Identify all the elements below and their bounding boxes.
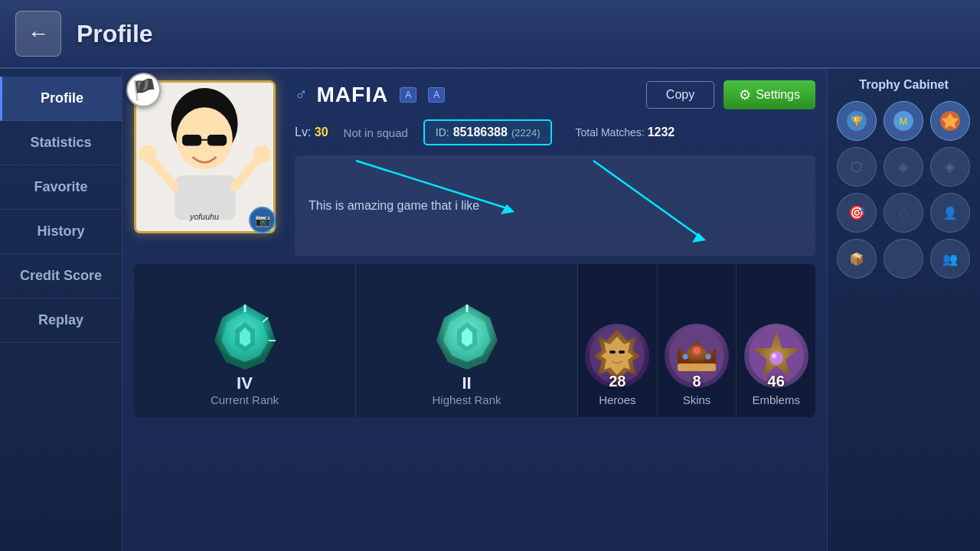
trophy-slot-5[interactable]: ◆ <box>884 147 923 187</box>
trophy-slot-7[interactable]: 🎯 <box>837 193 877 233</box>
sidebar-item-profile[interactable]: Profile <box>0 77 122 121</box>
svg-text:◈: ◈ <box>899 253 909 266</box>
svg-rect-32 <box>609 350 616 354</box>
svg-rect-33 <box>619 350 625 354</box>
skins-count: 8 <box>692 373 701 390</box>
profile-top: 🏴 <box>134 80 815 256</box>
copy-button[interactable]: Copy <box>646 81 714 109</box>
gender-icon: ♂ <box>295 85 308 105</box>
heroes-label: Heroes <box>599 393 635 406</box>
emblems-count: 46 <box>768 373 785 390</box>
bio-box: This is amazing game that i like <box>295 155 815 256</box>
svg-rect-4 <box>207 135 227 146</box>
svg-rect-3 <box>182 135 201 146</box>
level-row: Lv: 30 Not in squad ID: 85186388 (2224) … <box>295 119 815 145</box>
level-text: Lv: 30 <box>295 126 328 139</box>
name-row: ♂ MAFIA A A Copy ⚙ Settings <box>295 80 815 109</box>
rank-section: IV Current Rank <box>134 264 578 417</box>
back-icon: ← <box>28 21 49 46</box>
heroes-icon-wrap: 28 <box>583 321 652 390</box>
name-badge-b: A <box>428 87 445 103</box>
trophy-cabinet-title: Trophy Cabinet <box>834 78 974 92</box>
svg-text:🎯: 🎯 <box>848 204 866 221</box>
highest-rank-numeral: II <box>462 373 471 393</box>
page-title: Profile <box>77 20 153 48</box>
skins-label: Skins <box>683 393 711 406</box>
svg-point-44 <box>769 351 783 365</box>
svg-text:◇: ◇ <box>899 207 909 220</box>
svg-point-38 <box>693 347 701 354</box>
svg-point-39 <box>683 354 688 360</box>
trophy-slot-11[interactable]: ◈ <box>884 239 923 279</box>
trophy-slot-12[interactable]: 👥 <box>930 239 970 279</box>
trophy-slot-1[interactable]: 🏆 <box>837 101 877 141</box>
coll-item-heroes: 28 Heroes <box>578 264 658 417</box>
id-label: ID: <box>436 126 449 139</box>
id-value: 85186388 <box>453 126 508 139</box>
svg-text:🏆: 🏆 <box>851 115 864 128</box>
svg-text:M: M <box>900 116 908 127</box>
rank-item-current: IV Current Rank <box>134 264 356 417</box>
current-rank-label: Current Rank <box>211 393 279 406</box>
stats-row: IV Current Rank <box>134 264 815 417</box>
avatar-section: 🏴 <box>134 80 279 241</box>
heroes-count: 28 <box>609 373 626 390</box>
profile-info: ♂ MAFIA A A Copy ⚙ Settings Lv: 30 Not i… <box>295 80 815 256</box>
content-area: 🏴 <box>122 69 827 551</box>
svg-point-9 <box>139 145 156 163</box>
total-matches-label: Total Matches: <box>575 126 644 139</box>
coll-item-skins: 8 Skins <box>658 264 737 417</box>
svg-text:📦: 📦 <box>849 252 864 266</box>
svg-text:⬡: ⬡ <box>851 159 863 174</box>
bio-text: This is amazing game that i like <box>309 199 479 213</box>
emblems-label: Emblems <box>752 393 800 406</box>
trophy-slot-10[interactable]: 📦 <box>837 239 877 279</box>
main-layout: ProfileStatisticsFavoriteHistoryCredit S… <box>0 69 980 551</box>
sidebar-item-history[interactable]: History <box>0 210 122 254</box>
svg-text:👤: 👤 <box>942 206 958 220</box>
svg-point-40 <box>706 354 711 360</box>
highest-rank-emblem-icon <box>433 301 501 373</box>
name-badge-a: A <box>400 87 416 103</box>
sidebar: ProfileStatisticsFavoriteHistoryCredit S… <box>0 69 122 551</box>
svg-point-45 <box>772 354 776 358</box>
trophy-slot-2[interactable]: M <box>884 101 923 141</box>
svg-text:◆: ◆ <box>898 159 909 174</box>
current-rank-numeral: IV <box>237 373 253 393</box>
sidebar-item-replay[interactable]: Replay <box>0 298 122 343</box>
current-rank-emblem-icon <box>211 301 279 373</box>
level-num: 30 <box>315 126 328 139</box>
player-name: MAFIA <box>317 83 389 107</box>
emblems-icon-wrap: 46 <box>742 321 811 390</box>
trophy-slot-9[interactable]: 👤 <box>930 193 970 233</box>
top-bar: ← Profile <box>0 0 980 69</box>
svg-point-10 <box>253 145 271 163</box>
camera-badge[interactable]: 📷 <box>249 207 276 233</box>
svg-text:◈: ◈ <box>945 159 956 174</box>
total-matches: Total Matches: 1232 <box>575 126 675 139</box>
highest-rank-label: Highest Rank <box>432 393 501 406</box>
trophy-slot-6[interactable]: ◈ <box>930 147 970 187</box>
trophy-slot-4[interactable]: ⬡ <box>837 147 877 187</box>
back-button[interactable]: ← <box>15 11 61 57</box>
flag-badge: 🏴 <box>126 73 161 107</box>
trophy-slot-3[interactable] <box>930 101 970 141</box>
trophy-slot-8[interactable]: ◇ <box>884 193 923 233</box>
sidebar-item-statistics[interactable]: Statistics <box>0 121 122 165</box>
trophy-grid: 🏆 M ⬡ ◆ ◈ 🎯 ◇ <box>834 101 974 279</box>
svg-text:👥: 👥 <box>942 252 958 266</box>
skins-icon-wrap: 8 <box>662 321 731 390</box>
squad-status: Not in squad <box>344 126 408 139</box>
sidebar-item-favorite[interactable]: Favorite <box>0 165 122 210</box>
settings-label: Settings <box>756 88 800 102</box>
collection-section: 28 Heroes <box>578 264 815 417</box>
matches-num: 1232 <box>648 126 675 139</box>
gear-icon: ⚙ <box>739 86 751 103</box>
coll-item-emblems: 46 Emblems <box>737 264 815 417</box>
svg-text:yofuuhu: yofuuhu <box>189 212 219 221</box>
id-extra: (2224) <box>511 127 541 139</box>
settings-button[interactable]: ⚙ Settings <box>724 80 815 109</box>
svg-rect-37 <box>678 364 716 371</box>
sidebar-item-credit-score[interactable]: Credit Score <box>0 254 122 298</box>
trophy-cabinet: Trophy Cabinet 🏆 M ⬡ ◆ ◈ <box>827 69 980 551</box>
